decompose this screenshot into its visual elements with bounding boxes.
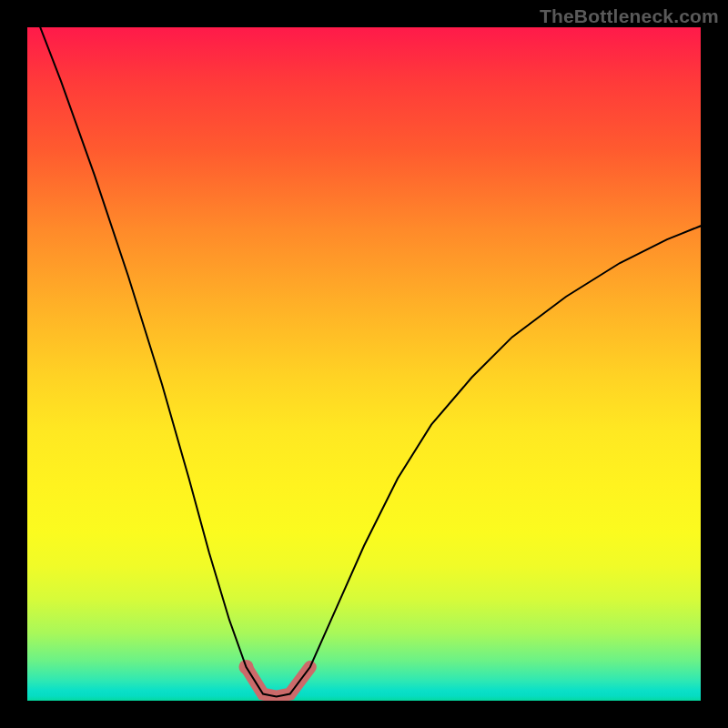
chart-frame: TheBottleneck.com [0,0,728,728]
plot-area [27,27,701,701]
bottleneck-curve [27,27,701,697]
watermark-text: TheBottleneck.com [540,5,719,27]
curve-layer [27,27,701,701]
